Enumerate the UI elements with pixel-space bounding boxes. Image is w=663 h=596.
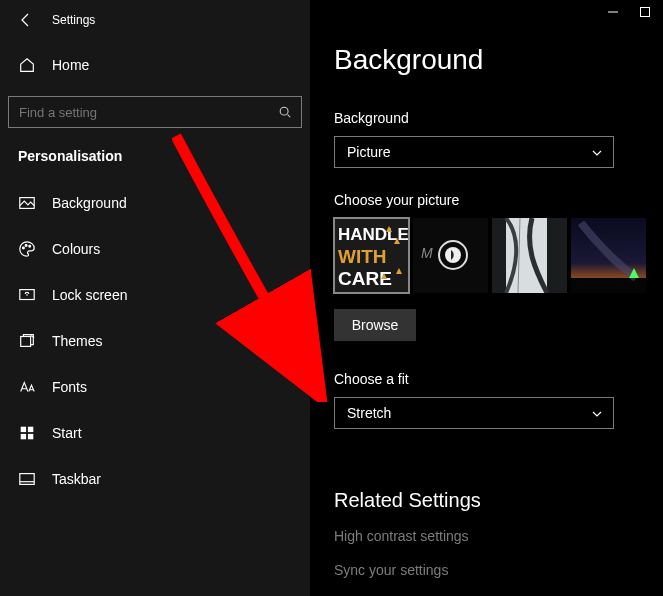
- sidebar: Settings Home Personalisation: [0, 0, 310, 596]
- search-box: [8, 96, 302, 128]
- choose-picture-label: Choose your picture: [334, 192, 663, 208]
- sidebar-item-themes[interactable]: Themes: [0, 318, 310, 364]
- picture-icon: [18, 194, 36, 212]
- lock-screen-icon: [18, 286, 36, 304]
- home-label: Home: [52, 57, 89, 73]
- home-nav[interactable]: Home: [0, 42, 310, 88]
- palette-icon: [18, 240, 36, 258]
- main-panel: Background Background Picture Choose you…: [310, 0, 663, 596]
- svg-text:WITH: WITH: [338, 246, 387, 267]
- picture-thumbnail[interactable]: HANDLE WITH CARE: [334, 218, 409, 293]
- related-settings-heading: Related Settings: [334, 489, 663, 512]
- svg-point-3: [25, 245, 27, 247]
- svg-rect-28: [492, 218, 506, 293]
- svg-rect-31: [571, 278, 646, 293]
- choose-fit-label: Choose a fit: [334, 371, 663, 387]
- sidebar-item-fonts[interactable]: Fonts: [0, 364, 310, 410]
- window-controls: [595, 0, 663, 24]
- svg-rect-10: [28, 434, 33, 439]
- sidebar-item-label: Taskbar: [52, 471, 101, 487]
- section-heading: Personalisation: [0, 128, 310, 174]
- home-icon: [18, 56, 36, 74]
- maximize-icon[interactable]: [639, 6, 651, 18]
- sidebar-item-label: Themes: [52, 333, 103, 349]
- browse-button[interactable]: Browse: [334, 309, 416, 341]
- background-label: Background: [334, 110, 663, 126]
- fonts-icon: [18, 378, 36, 396]
- fit-dropdown[interactable]: Stretch: [334, 397, 614, 429]
- svg-text:M: M: [421, 245, 433, 261]
- nav-list: Background Colours Lock screen: [0, 180, 310, 502]
- sidebar-item-start[interactable]: Start: [0, 410, 310, 456]
- start-icon: [18, 424, 36, 442]
- taskbar-icon: [18, 470, 36, 488]
- svg-rect-11: [20, 474, 34, 485]
- chevron-down-icon: [591, 146, 603, 158]
- back-icon[interactable]: [18, 12, 34, 28]
- themes-icon: [18, 332, 36, 350]
- sidebar-item-taskbar[interactable]: Taskbar: [0, 456, 310, 502]
- sidebar-item-colours[interactable]: Colours: [0, 226, 310, 272]
- page-title: Background: [334, 44, 663, 76]
- svg-rect-14: [641, 8, 650, 17]
- related-link-sync[interactable]: Sync your settings: [334, 562, 663, 578]
- svg-point-2: [23, 247, 25, 249]
- sidebar-item-label: Fonts: [52, 379, 87, 395]
- svg-rect-8: [28, 427, 33, 432]
- search-icon: [278, 105, 292, 119]
- background-dropdown[interactable]: Picture: [334, 136, 614, 168]
- picture-thumbnail[interactable]: M: [413, 218, 488, 293]
- sidebar-item-lockscreen[interactable]: Lock screen: [0, 272, 310, 318]
- sidebar-item-label: Lock screen: [52, 287, 127, 303]
- svg-rect-29: [547, 218, 567, 293]
- fit-dropdown-value: Stretch: [347, 405, 391, 421]
- sidebar-item-label: Background: [52, 195, 127, 211]
- search-input[interactable]: [8, 96, 302, 128]
- svg-rect-6: [21, 337, 31, 347]
- background-dropdown-value: Picture: [347, 144, 391, 160]
- svg-rect-9: [21, 434, 26, 439]
- minimize-icon[interactable]: [607, 6, 619, 18]
- svg-point-4: [29, 245, 31, 247]
- chevron-down-icon: [591, 407, 603, 419]
- window-title: Settings: [52, 13, 95, 27]
- related-link-contrast[interactable]: High contrast settings: [334, 528, 663, 544]
- picture-thumbnails: HANDLE WITH CARE M: [334, 218, 663, 293]
- sidebar-item-label: Colours: [52, 241, 100, 257]
- browse-button-label: Browse: [352, 317, 399, 333]
- sidebar-item-background[interactable]: Background: [0, 180, 310, 226]
- picture-thumbnail[interactable]: [492, 218, 567, 293]
- svg-point-0: [280, 107, 288, 115]
- svg-rect-7: [21, 427, 26, 432]
- sidebar-item-label: Start: [52, 425, 82, 441]
- picture-thumbnail[interactable]: [571, 218, 646, 293]
- titlebar: Settings: [0, 8, 310, 42]
